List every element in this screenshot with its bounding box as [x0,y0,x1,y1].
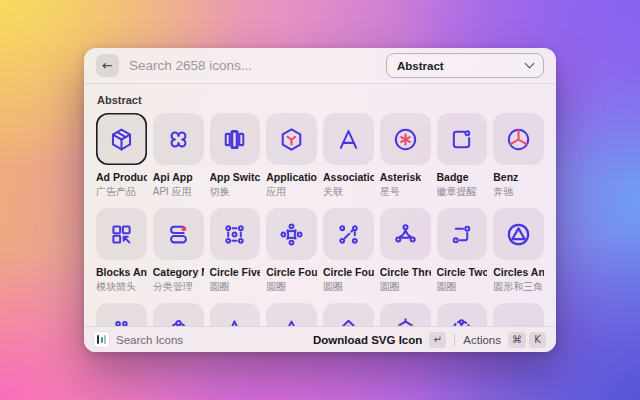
blocks-and-arrows-icon[interactable] [96,208,147,260]
ad-product-icon[interactable] [96,113,147,165]
circle-four-icon[interactable] [266,208,317,260]
icon-name: Blocks And... [96,266,147,278]
search-input[interactable] [129,58,376,73]
icon-tile-api-app[interactable]: Api AppAPI 应用 [153,113,204,208]
icon-name: Association [323,171,374,183]
app-switch-icon[interactable] [210,113,261,165]
icon-grid: Ad Product广告产品Api AppAPI 应用App Switch切换A… [96,113,544,352]
icon-name-zh: 圆圈 [380,281,431,293]
icon-name: Circle Two L... [437,266,488,278]
k-key-icon[interactable]: K [529,332,546,348]
section-title: Abstract [97,94,544,106]
command-title: Search Icons [116,334,183,346]
badge-icon[interactable] [437,113,488,165]
category-dropdown-value: Abstract [397,60,444,72]
cmd-key-icon[interactable]: ⌘ [508,332,526,348]
footer-divider [454,334,455,346]
icon-tile-circle-two-line[interactable]: Circle Two L...圆圈 [437,208,488,303]
icon-name-zh: 模块箭头 [96,281,147,293]
icon-name-zh: 圆圈 [323,281,374,293]
chevron-down-icon [525,59,535,69]
icon-name: Circles And... [493,266,544,278]
icon-tile-category-management[interactable]: Category M...分类管理 [153,208,204,303]
category-dropdown[interactable]: Abstract [386,53,544,78]
icon-name: Benz [493,171,544,183]
icon-name-zh: 星号 [380,186,431,198]
category-management-icon[interactable] [153,208,204,260]
icon-name-zh: API 应用 [153,186,204,198]
icon-name: Circle Four [266,266,317,278]
icon-name-zh: 徽章提醒 [437,186,488,198]
icon-name-zh: 圆形和三角 [493,281,544,293]
icon-tile-app-switch[interactable]: App Switch切换 [210,113,261,208]
icon-tile-application[interactable]: Application...应用 [266,113,317,208]
icon-tile-badge[interactable]: Badge徽章提醒 [437,113,488,208]
association-icon[interactable] [323,113,374,165]
icon-name: Application... [266,171,317,183]
icon-name: Asterisk [380,171,431,183]
circle-four-line-icon[interactable] [323,208,374,260]
icon-name-zh: 圆圈 [266,281,317,293]
circle-five-line-icon[interactable] [210,208,261,260]
icon-name-zh: 关联 [323,186,374,198]
icon-name: Circle Five L... [210,266,261,278]
icon-name: Category M... [153,266,204,278]
icon-tile-circle-five-line[interactable]: Circle Five L...圆圈 [210,208,261,303]
app-logo-icon [94,332,109,347]
icon-search-window: ← Abstract Abstract Ad Product广告产品Api Ap… [84,48,556,352]
icon-name-zh: 分类管理 [153,281,204,293]
circle-two-line-icon[interactable] [437,208,488,260]
icon-tile-circle-three[interactable]: Circle Three圆圈 [380,208,431,303]
return-key-icon[interactable]: ↵ [429,332,446,348]
footer-bar: Search Icons Download SVG Icon ↵ Actions… [84,326,556,352]
icon-tile-circles-and-triangle[interactable]: Circles And...圆形和三角 [493,208,544,303]
api-app-icon[interactable] [153,113,204,165]
icon-name: Circle Four... [323,266,374,278]
icon-name-zh: 切换 [210,186,261,198]
actions-menu[interactable]: Actions [463,334,501,346]
icon-tile-association[interactable]: Association关联 [323,113,374,208]
icon-name: Circle Three [380,266,431,278]
icon-tile-blocks-and-arrows[interactable]: Blocks And...模块箭头 [96,208,147,303]
icon-tile-asterisk[interactable]: Asterisk星号 [380,113,431,208]
icon-name-zh: 广告产品 [96,186,147,198]
icon-name-zh: 应用 [266,186,317,198]
icon-name-zh: 圆圈 [210,281,261,293]
application-icon[interactable] [266,113,317,165]
icon-name: Ad Product [96,171,147,183]
download-svg-action[interactable]: Download SVG Icon [313,334,422,346]
icon-name-zh: 圆圈 [437,281,488,293]
icon-tile-circle-four[interactable]: Circle Four圆圈 [266,208,317,303]
icon-name: Badge [437,171,488,183]
circles-and-triangle-icon[interactable] [493,208,544,260]
actions-shortcut: ⌘ K [508,332,546,348]
search-header: ← Abstract [84,48,556,84]
icon-tile-ad-product[interactable]: Ad Product广告产品 [96,113,147,208]
icon-name-zh: 奔驰 [493,186,544,198]
benz-icon[interactable] [493,113,544,165]
icon-tile-circle-four-line[interactable]: Circle Four...圆圈 [323,208,374,303]
circle-three-icon[interactable] [380,208,431,260]
icon-tile-benz[interactable]: Benz奔驰 [493,113,544,208]
back-button[interactable]: ← [96,54,119,77]
asterisk-icon[interactable] [380,113,431,165]
results-area: Abstract Ad Product广告产品Api AppAPI 应用App … [84,84,556,352]
icon-name: Api App [153,171,204,183]
icon-name: App Switch [210,171,261,183]
